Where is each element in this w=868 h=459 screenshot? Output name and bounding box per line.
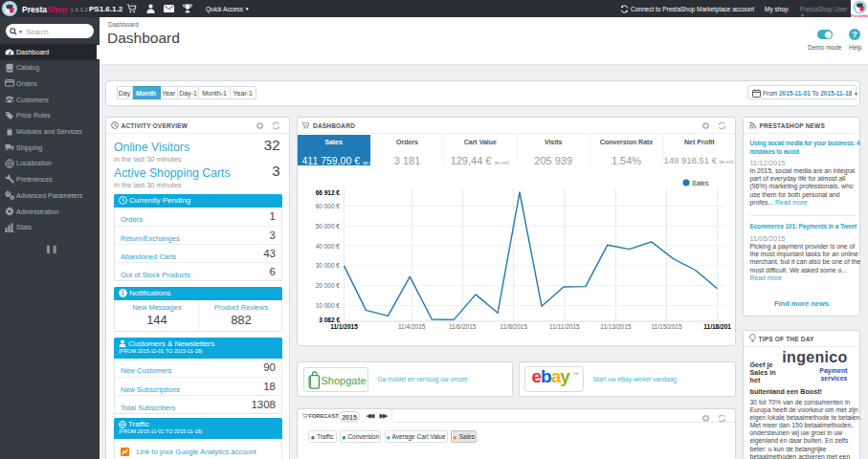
svg-text:11/1/2015: 11/1/2015 — [330, 323, 358, 330]
svg-text:11/11/2015: 11/11/2015 — [549, 323, 580, 330]
svg-text:50 000 €: 50 000 € — [315, 223, 340, 230]
svg-text:11/8/2015: 11/8/2015 — [500, 323, 527, 330]
svg-text:11/4/2015: 11/4/2015 — [397, 323, 425, 330]
svg-text:40 000 €: 40 000 € — [315, 243, 340, 250]
svg-text:3 082 €: 3 082 € — [319, 317, 340, 323]
svg-text:11/18/201: 11/18/201 — [703, 323, 731, 330]
svg-text:66 912 €: 66 912 € — [315, 189, 340, 196]
svg-text:11/15/2015: 11/15/2015 — [651, 323, 681, 330]
svg-text:30 000 €: 30 000 € — [315, 262, 340, 269]
svg-text:20 000 €: 20 000 € — [315, 282, 340, 289]
svg-text:11/13/2015: 11/13/2015 — [600, 323, 631, 330]
svg-text:Sales: Sales — [692, 180, 709, 186]
svg-text:10 000 €: 10 000 € — [315, 302, 340, 309]
svg-text:60 000 €: 60 000 € — [315, 203, 340, 209]
svg-text:11/6/2015: 11/6/2015 — [448, 323, 476, 330]
